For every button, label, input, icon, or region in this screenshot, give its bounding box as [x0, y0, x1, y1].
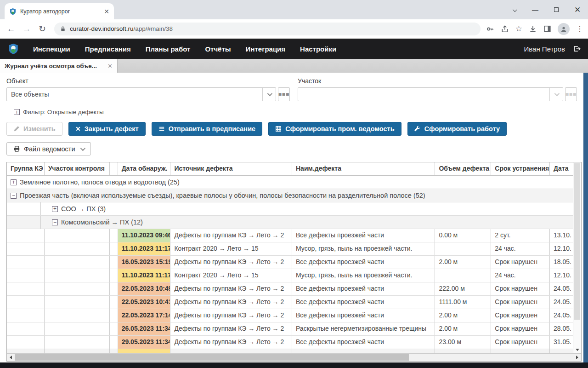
- col-group-ke[interactable]: Группа КЭ: [7, 162, 45, 175]
- defect-row-clipped[interactable]: [7, 349, 573, 353]
- defect-date-cell: 11.10.2023 11:17: [118, 269, 171, 282]
- defect-row[interactable]: 29.05.2023 11:34 Дефекты по группам КЭ →…: [7, 336, 573, 349]
- defect-term-cell: Срок нарушен: [491, 322, 550, 335]
- section-dropdown-icon[interactable]: [549, 88, 563, 101]
- defect-volume-cell: [435, 269, 491, 282]
- group-row-carriageway[interactable]: − Проезжая часть (включая используемые с…: [7, 189, 573, 202]
- bookmark-star-icon[interactable]: ☆: [515, 24, 522, 34]
- journal-tab-close-icon[interactable]: ✕: [107, 63, 113, 69]
- close-defect-button[interactable]: Закрыть дефект: [68, 122, 146, 136]
- defect-row[interactable]: 26.05.2023 11:34 Дефекты по группам КЭ →…: [7, 322, 573, 336]
- defect-row[interactable]: 11.10.2023 11:17 Контракт 2020 → Лето → …: [7, 242, 573, 256]
- defect-source-cell: Дефекты по группам КЭ → Лето → 2: [170, 282, 292, 295]
- object-browse-button[interactable]: ■■■: [278, 87, 290, 101]
- vertical-scrollbar[interactable]: [573, 162, 581, 353]
- scroll-down-icon[interactable]: [576, 349, 579, 351]
- pencil-icon: [13, 126, 20, 132]
- defect-date-cell: 26.05.2023 11:34: [118, 322, 171, 335]
- window-maximize-icon[interactable]: [546, 6, 567, 13]
- forward-icon[interactable]: →: [20, 24, 33, 34]
- lock-icon: [60, 26, 66, 32]
- defect-name-cell: Все дефекты проезжей части: [292, 309, 435, 322]
- col-marker[interactable]: [110, 162, 118, 175]
- section-combobox[interactable]: [298, 87, 563, 101]
- scroll-right-icon[interactable]: [576, 356, 578, 359]
- journal-tab-title: Журнал учёта осмотра объе...: [5, 63, 104, 69]
- defect-enddate-cell: 28.05.: [550, 322, 573, 335]
- send-to-prescription-button[interactable]: Отправить в предписание: [152, 122, 262, 136]
- window-minimize-icon[interactable]: —: [525, 6, 546, 13]
- window-chevron-icon[interactable]: [503, 6, 525, 13]
- filter-expand-icon[interactable]: +: [14, 109, 20, 115]
- side-panel-icon[interactable]: [543, 25, 551, 33]
- object-value: Все объекты: [7, 91, 262, 98]
- defect-date-cell: 11.10.2023 11:17: [118, 242, 171, 255]
- table-header-row: Группа КЭ Участок контроля Дата обнаруж.…: [7, 162, 573, 176]
- table-body: 11.10.2023 09:46 Дефекты по группам КЭ →…: [7, 229, 573, 349]
- collapse-minus-icon[interactable]: −: [52, 219, 58, 225]
- logout-icon[interactable]: [572, 45, 581, 53]
- profile-avatar[interactable]: [558, 23, 570, 35]
- app-logo-icon[interactable]: [7, 43, 19, 55]
- defect-row[interactable]: 11.10.2023 09:46 Дефекты по группам КЭ →…: [7, 229, 573, 242]
- site-favicon-icon: [9, 8, 17, 15]
- make-intermediate-sheet-button[interactable]: Сформировать пром. ведомость: [268, 122, 401, 136]
- back-icon[interactable]: ←: [5, 24, 17, 34]
- subgroup-row-soo[interactable]: + СОО → ПХ (3): [7, 202, 573, 216]
- reload-icon[interactable]: ↻: [36, 23, 49, 34]
- expand-plus-icon[interactable]: +: [52, 206, 58, 212]
- edit-button[interactable]: Изменить: [6, 122, 62, 136]
- chevron-down-icon: [80, 145, 85, 150]
- defect-term-cell: 24 час.: [491, 269, 550, 282]
- scroll-left-icon[interactable]: [10, 356, 12, 359]
- object-combobox[interactable]: Все объекты: [6, 87, 276, 101]
- object-dropdown-icon[interactable]: [262, 88, 276, 101]
- nav-menu-item[interactable]: Интеграция: [246, 45, 285, 53]
- nav-menu-item[interactable]: Предписания: [85, 45, 131, 53]
- browser-menu-icon[interactable]: ⋮: [576, 24, 583, 33]
- col-defect-name[interactable]: Наим.дефекта: [292, 162, 435, 175]
- col-detect-date[interactable]: Дата обнаруж.: [118, 162, 171, 175]
- nav-menu-item[interactable]: Инспекции: [33, 45, 70, 53]
- defect-volume-cell: 222.00 м: [435, 282, 491, 295]
- share-icon[interactable]: [501, 25, 509, 33]
- section-browse-button[interactable]: ■■■: [565, 87, 577, 101]
- horizontal-scrollbar[interactable]: [7, 353, 581, 361]
- defect-row[interactable]: 11.10.2023 11:17 Контракт 2020 → Лето → …: [7, 269, 573, 282]
- group-row-earthbed[interactable]: + Земляное полотно, полоса отвода и водо…: [7, 176, 573, 189]
- defect-term-cell: Срок нарушен: [491, 309, 550, 322]
- object-label: Объект: [6, 77, 290, 85]
- nav-menu-item[interactable]: Планы работ: [146, 45, 191, 53]
- horizontal-scrollbar-thumb[interactable]: [15, 354, 409, 361]
- window-close-icon[interactable]: ✕: [567, 5, 588, 15]
- col-defect-source[interactable]: Источник дефекта: [170, 162, 292, 175]
- address-bar[interactable]: curator-dev.indorsoft.ru/app/#main/38: [54, 23, 481, 35]
- col-fix-term[interactable]: Срок устранения: [491, 162, 550, 175]
- defect-name-cell: Раскрытые негерметизированные трещины: [292, 322, 435, 335]
- col-date[interactable]: Дата: [550, 162, 573, 175]
- subgroup-row-komsomolsky[interactable]: − Комсомольский → ПХ (12): [7, 216, 573, 229]
- defect-row[interactable]: 16.05.2023 15:19 Дефекты по группам КЭ →…: [7, 256, 573, 269]
- journal-tab[interactable]: Журнал учёта осмотра объе... ✕: [0, 59, 118, 73]
- browser-toolbar: ← → ↻ curator-dev.indorsoft.ru/app/#main…: [0, 19, 588, 39]
- app-tabstrip: Журнал учёта осмотра объе... ✕: [0, 59, 588, 73]
- nav-menu-item[interactable]: Настройки: [300, 45, 336, 53]
- defect-enddate-cell: 12.10.: [550, 242, 573, 255]
- download-icon[interactable]: [529, 25, 537, 33]
- defect-name-cell: Мусор, грязь, пыль на проезжей части.: [292, 269, 435, 282]
- defect-row[interactable]: 22.05.2023 17:14 Дефекты по группам КЭ →…: [7, 309, 573, 322]
- make-work-button[interactable]: Сформировать работу: [407, 122, 507, 136]
- sheet-file-button[interactable]: Файл ведомости: [6, 142, 91, 155]
- password-key-icon[interactable]: [486, 25, 494, 33]
- nav-menu-item[interactable]: Отчёты: [205, 45, 231, 53]
- tab-close-icon[interactable]: ✕: [104, 8, 109, 15]
- expand-plus-icon[interactable]: +: [11, 179, 17, 185]
- vertical-scrollbar-thumb[interactable]: [574, 163, 580, 320]
- browser-tab[interactable]: Куратор автодорог ✕: [5, 3, 114, 19]
- col-defect-volume[interactable]: Объем дефекта: [435, 162, 491, 175]
- defect-row[interactable]: 22.05.2023 10:41 Дефекты по группам КЭ →…: [7, 296, 573, 309]
- collapse-minus-icon[interactable]: −: [11, 193, 17, 199]
- col-control-section[interactable]: Участок контроля: [45, 162, 110, 175]
- defect-row[interactable]: 22.05.2023 10:49 Дефекты по группам КЭ →…: [7, 282, 573, 296]
- table-grid-icon: [275, 126, 282, 132]
